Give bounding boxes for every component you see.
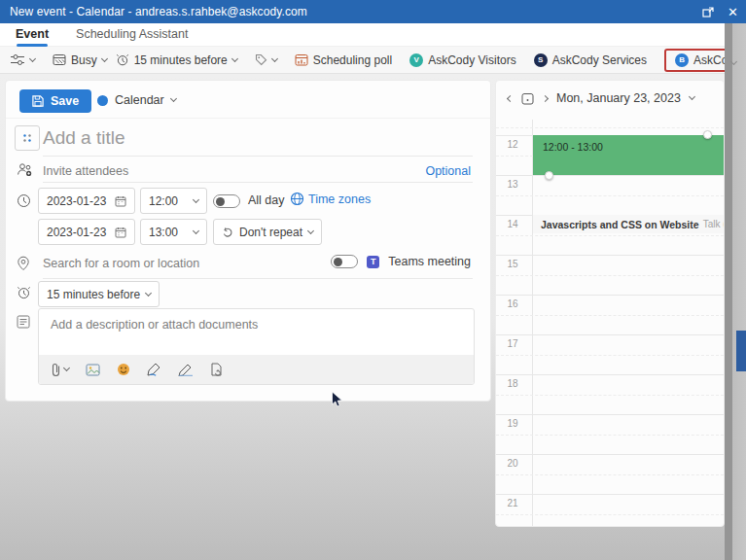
workspace: Save Calendar Add a title Invite attende… [0,74,746,560]
today-icon[interactable] [521,92,534,105]
title-input[interactable]: Add a title [43,127,125,149]
insert-image-button[interactable] [86,364,100,376]
divider [43,278,473,279]
day-calendar-panel: Mon, January 23, 2023 121314151617181920… [495,80,725,527]
end-time-field[interactable]: 13:00 [140,219,207,245]
window-titlebar: New event - Calendar - andreas.s.rahbek@… [0,0,746,23]
ribbon-tabbar: Event Scheduling Assistant [0,23,725,47]
page-scrollbar-thumb[interactable] [736,331,746,371]
divider [43,182,473,183]
askcody-visitors-button[interactable]: V AskCody Visitors [409,53,515,67]
busy-calendar-icon [53,53,66,66]
askcody-bookings-icon: B [675,53,689,67]
calendar-date-label[interactable]: Mon, January 23, 2023 [556,91,681,105]
hour-label: 14 [496,219,529,229]
hour-label: 21 [496,498,529,508]
start-time-field[interactable]: 12:00 [140,188,207,214]
attendees-input[interactable]: Invite attendees [43,164,128,178]
askcody-services-icon: S [534,53,548,67]
scheduling-poll-icon [295,53,308,66]
attach-button[interactable] [52,363,69,377]
hour-row[interactable]: 19 [496,414,724,454]
window-title: New event - Calendar - andreas.s.rahbek@… [10,5,307,18]
teams-meeting-toggle[interactable] [331,255,358,268]
globe-icon [290,192,304,206]
signature-button[interactable] [178,364,194,376]
selected-event-time: 12:00 - 13:00 [543,141,724,153]
hour-label: 16 [496,298,529,309]
response-options-button[interactable] [10,53,35,66]
hour-row[interactable]: 18 [496,374,724,414]
existing-event-block[interactable]: Javascripts and CSS on Website Talk (Aal… [533,215,724,233]
calendar-color-dot [97,95,108,106]
start-date-field[interactable]: 2023-01-23 [38,188,135,214]
hour-label: 15 [496,259,529,269]
event-toolbar: Busy 15 minutes before Scheduling poll V… [0,47,725,74]
all-day-toggle[interactable] [213,194,240,208]
tab-event[interactable]: Event [16,23,49,47]
teams-icon: T [367,256,379,268]
hour-row[interactable]: 20 [496,454,724,494]
date-picker-icon[interactable] [115,195,126,207]
hour-row[interactable]: 17 [496,334,724,374]
askcody-visitors-icon: V [409,53,423,67]
resize-handle-top[interactable] [703,130,712,139]
location-pin-icon [17,256,30,271]
hour-row[interactable]: 16 [496,295,724,334]
hour-grid: 12131415161718192021 12:00 - 13:00 Javas… [496,120,724,527]
attendees-icon [17,162,33,177]
insert-document-button[interactable] [210,363,223,376]
new-event-window: New event - Calendar - andreas.s.rahbek@… [0,0,746,560]
hour-label: 20 [496,458,529,469]
time-zones-link[interactable]: Time zones [308,192,371,206]
optional-attendees-link[interactable]: Optional [425,164,471,178]
description-icon [17,315,30,329]
hour-label: 18 [496,378,529,389]
popout-icon[interactable] [702,7,714,18]
show-as-busy-button[interactable]: Busy [53,53,107,67]
location-input[interactable]: Search for a room or location [43,257,199,270]
reminder-dropdown[interactable]: 15 minutes before [38,281,160,307]
end-date-field[interactable]: 2023-01-23 [38,219,135,245]
response-options-icon [10,53,25,66]
askcody-services-button[interactable]: S AskCody Services [534,53,647,67]
calendar-selector[interactable]: Calendar [97,93,176,107]
draw-ink-button[interactable] [147,363,161,376]
chevron-down-icon[interactable] [689,93,695,100]
hour-rows: 12131415161718192021 [496,120,724,527]
tag-icon [255,53,267,66]
description-editor[interactable]: Add a description or attach documents [38,308,475,385]
description-placeholder: Add a description or attach documents [39,309,474,340]
close-icon[interactable]: ✕ [728,5,738,19]
window-edge [725,23,746,560]
existing-event-title: Javascripts and CSS on Website [541,219,699,230]
reminder-button[interactable]: 15 minutes before [116,53,237,67]
hour-label: 13 [496,179,529,190]
reminder-alarm-icon [17,286,31,299]
all-day-label: All day [248,193,285,207]
clock-icon [17,193,31,208]
window-edge-shadow [725,23,732,560]
scheduling-poll-button[interactable]: Scheduling poll [295,53,392,67]
emoji-button[interactable] [117,363,130,376]
categorize-button[interactable] [255,53,277,66]
date-picker-icon[interactable] [115,227,126,238]
hour-row[interactable]: 13 [496,175,724,215]
existing-event-details: Talk (Aalbor [703,219,724,229]
divider [6,118,490,119]
tab-scheduling-assistant[interactable]: Scheduling Assistant [76,23,188,47]
save-button[interactable]: Save [19,89,91,113]
mouse-cursor [331,391,342,408]
chevron-left-icon[interactable] [507,94,514,101]
chevron-right-icon[interactable] [542,94,549,101]
hour-row[interactable]: 15 [496,255,724,295]
event-emoji-icon[interactable] [15,125,40,151]
selected-event-block[interactable]: 12:00 - 13:00 [533,135,724,175]
repeat-dropdown[interactable]: Don't repeat [213,219,322,245]
hour-label: 12 [496,139,529,150]
resize-handle-bottom[interactable] [545,171,553,180]
hour-label: 19 [496,418,529,429]
hour-row[interactable]: 21 [496,494,724,527]
repeat-icon [222,227,233,238]
editor-toolbar [39,355,474,384]
